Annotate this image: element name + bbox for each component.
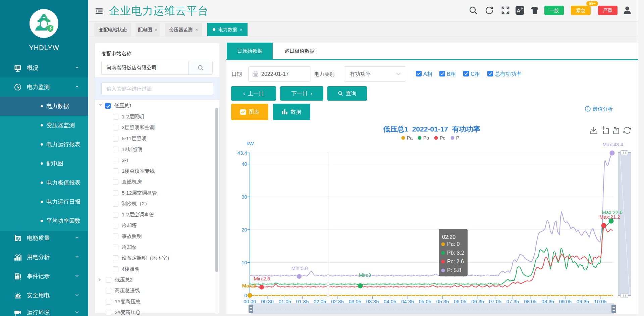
svg-text:04:05: 04:05 [384,299,396,304]
svg-text:03:05: 03:05 [349,299,362,304]
svg-text:低压总1 2022-01-17 有功功率: 低压总1 2022-01-17 有功功率 [383,125,480,133]
svg-text:Min:2.6: Min:2.6 [254,276,270,281]
svg-text:Pa: Pa [407,135,413,141]
svg-text:10: 10 [241,260,247,265]
svg-text:05:05: 05:05 [419,299,432,304]
svg-text:40: 40 [241,161,247,167]
svg-text:05:35: 05:35 [436,299,449,304]
svg-text:Pc: Pc [440,135,445,141]
svg-text:43.4: 43.4 [237,150,247,156]
svg-text:06:05: 06:05 [454,299,467,304]
svg-text:08:35: 08:35 [541,299,554,304]
svg-text:04:35: 04:35 [401,299,414,304]
svg-text:10:05: 10:05 [594,299,607,304]
svg-text:30: 30 [241,194,247,200]
svg-text:09:35: 09:35 [577,299,589,304]
svg-text:Min:3: Min:3 [359,272,371,278]
svg-text:07:05: 07:05 [489,299,502,304]
svg-text:0: 0 [244,293,247,298]
svg-text:Pa: 0: Pa: 0 [447,241,460,247]
svg-text:Max:22.6: Max:22.6 [602,209,623,215]
svg-text:00:00: 00:00 [244,299,256,304]
svg-text:kW: kW [247,141,254,146]
svg-text:07:35: 07:35 [506,299,519,304]
svg-text:01:05: 01:05 [278,299,291,304]
svg-text:02:05: 02:05 [314,299,326,304]
svg-text:08:05: 08:05 [524,299,537,304]
svg-text:Max:43.4: Max:43.4 [602,142,623,147]
svg-text:文: 文 [520,7,524,11]
svg-text:02:20: 02:20 [442,234,455,240]
svg-text:Max:0: Max:0 [242,283,257,288]
svg-text:P: 5.8: P: 5.8 [447,267,461,273]
svg-text:Pb: Pb [423,135,429,141]
svg-text:02:35: 02:35 [331,299,344,304]
svg-text:06:35: 06:35 [471,299,484,304]
svg-text:P: P [456,135,459,141]
svg-text:03:35: 03:35 [366,299,379,304]
svg-text:01:35: 01:35 [296,299,309,304]
svg-text:A: A [517,8,521,13]
svg-text:Pb: 3.2: Pb: 3.2 [447,250,464,256]
svg-text:20: 20 [241,227,247,232]
svg-text:Min:5.8: Min:5.8 [291,265,308,271]
svg-text:09:05: 09:05 [559,299,572,304]
svg-text:Pc: 2.6: Pc: 2.6 [447,259,464,264]
svg-text:00:30: 00:30 [261,299,274,304]
